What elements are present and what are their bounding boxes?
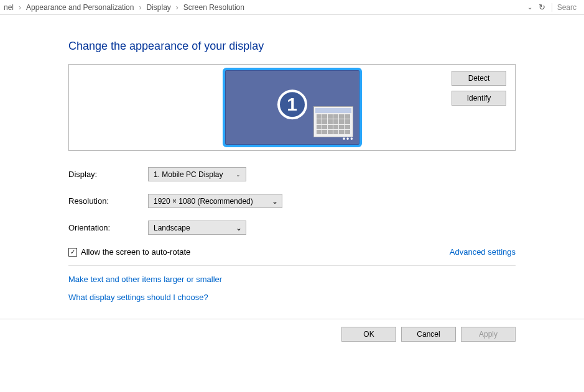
dialog-button-bar: OK Cancel Apply xyxy=(0,319,584,342)
advanced-settings-link[interactable]: Advanced settings xyxy=(450,247,516,257)
breadcrumb-item[interactable]: nel xyxy=(2,3,15,12)
display-label: Display: xyxy=(68,170,148,179)
breadcrumb-item[interactable]: Appearance and Personalization xyxy=(25,3,135,12)
autorotate-label: Allow the screen to auto-rotate xyxy=(81,247,190,257)
breadcrumb-item[interactable]: Display xyxy=(145,3,172,12)
chevron-down-icon: ⌄ xyxy=(231,171,246,178)
resolution-select[interactable]: 1920 × 1080 (Recommended) ⌄ xyxy=(148,194,282,208)
chevron-down-icon: ⌄ xyxy=(268,194,282,207)
help-link[interactable]: What display settings should I choose? xyxy=(68,293,516,302)
chevron-right-icon: › xyxy=(135,3,145,12)
orientation-select[interactable]: Landscape ⌄ xyxy=(148,221,246,235)
display-select-value: 1. Mobile PC Display xyxy=(154,170,223,179)
calendar-icon xyxy=(313,106,353,137)
orientation-label: Orientation: xyxy=(68,223,148,232)
text-size-link[interactable]: Make text and other items larger or smal… xyxy=(68,275,516,284)
search-input[interactable]: Searc xyxy=(552,3,582,12)
chevron-right-icon: › xyxy=(15,3,25,12)
identify-button[interactable]: Identify xyxy=(452,91,506,106)
ok-button[interactable]: OK xyxy=(341,327,396,342)
apply-button: Apply xyxy=(461,327,516,342)
page-title: Change the appearance of your display xyxy=(68,40,516,53)
search-placeholder: Searc xyxy=(557,3,577,12)
address-bar: nel › Appearance and Personalization › D… xyxy=(0,0,584,15)
display-select[interactable]: 1. Mobile PC Display ⌄ xyxy=(148,167,246,181)
detect-button[interactable]: Detect xyxy=(452,71,506,86)
refresh-icon[interactable]: ↻ xyxy=(536,2,548,12)
chevron-down-icon[interactable]: ⌄ xyxy=(527,4,532,11)
chevron-right-icon: › xyxy=(172,3,182,12)
chevron-down-icon: ⌄ xyxy=(232,224,246,232)
monitor-number-badge: 1 xyxy=(277,89,307,119)
display-preview-panel: Detect Identify 1 ••• xyxy=(68,64,516,151)
cancel-button[interactable]: Cancel xyxy=(401,327,456,342)
orientation-select-value: Landscape xyxy=(154,224,190,232)
monitor-preview[interactable]: 1 ••• xyxy=(223,68,362,147)
resolution-label: Resolution: xyxy=(68,196,148,206)
check-icon: ✓ xyxy=(70,249,75,255)
autorotate-checkbox[interactable]: ✓ xyxy=(68,248,77,257)
breadcrumb[interactable]: nel › Appearance and Personalization › D… xyxy=(2,3,527,12)
monitor-dots-icon: ••• xyxy=(343,135,355,144)
resolution-select-value: 1920 × 1080 (Recommended) xyxy=(154,197,253,206)
breadcrumb-item[interactable]: Screen Resolution xyxy=(182,3,246,12)
divider xyxy=(68,265,516,266)
